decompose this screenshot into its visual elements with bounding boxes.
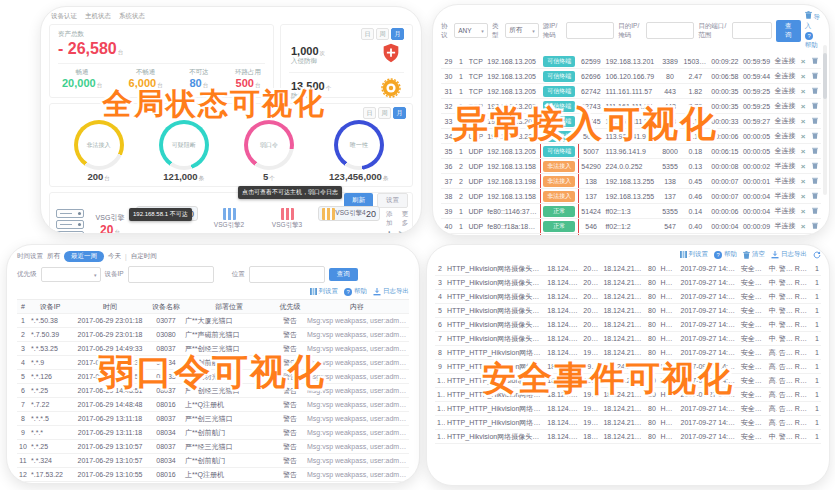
time-lastweek-pill[interactable]: 最近一周 [64,251,104,262]
src-ip-label: 源IP/掩码 [543,22,563,40]
log-export-button[interactable]: 日志导出 [373,287,409,296]
events-toolbar: 列设置 ? 帮助 清空 日志导出 [435,250,821,259]
delete-row-icon[interactable] [812,103,818,110]
dst-port-input[interactable] [732,22,772,39]
add-engine-button[interactable]: 添加+ [386,210,393,235]
engine-tile-1[interactable]: 192.168.58.1 不可达 VSG引擎120 [136,206,198,221]
close-connection-icon[interactable]: × [801,72,806,81]
event-row: 3HTTP_Hikvision网络摄像头绕过认证漏洞18.124.1.83203… [435,276,821,290]
engine-bar: 点击可查看不可达主机，弱口令日志 刷新 设置 VSG引擎 20台 192.168… [49,192,413,234]
refresh-button[interactable] [813,251,821,259]
engine-rack-icon [322,208,335,220]
svg-text:?: ? [716,252,719,258]
engine-tile-2[interactable]: VSG引擎210 [202,206,256,234]
delete-row-icon[interactable] [812,223,818,230]
engine-tile-3[interactable]: VSG引擎350 [260,206,314,234]
help-button[interactable]: ? 帮助 [344,287,367,296]
event-row: 12HTTP_HTTP_Hikvision网络摄像头越权访问漏洞118.124.… [435,402,821,416]
asset-total-label: 资产总数 [58,30,265,39]
column-settings-button[interactable]: 列设置 [310,287,339,296]
status-badge: 正常 [543,236,575,237]
column-settings-icon [680,251,687,258]
column-header: 部署位置 [183,300,275,314]
delete-row-icon[interactable] [812,73,818,80]
engine-secondary-button[interactable]: 设置 [377,193,408,208]
protocol-select[interactable]: ANY▾ [454,23,488,38]
access-search-button[interactable]: 查询 [776,20,801,42]
time-all-link[interactable]: 所有 [47,252,60,261]
close-connection-icon[interactable]: × [801,177,806,186]
engine-tooltip-top: 点击可查看不可达主机，弱口令日志 [238,186,342,199]
tab-host-status[interactable]: 主机状态 [85,12,111,21]
time-settings-label: 时间设置 [17,252,43,261]
access-row: 372UDP192.168.13.198 非法接入 138192.168.13.… [441,174,821,189]
toggle-day[interactable]: 日 [363,107,376,119]
help-button[interactable]: ? 帮助 [714,250,737,259]
delete-row-icon[interactable] [812,178,818,185]
src-ip-input[interactable] [566,22,614,39]
delete-row-icon[interactable] [812,88,818,95]
close-connection-icon[interactable]: × [801,207,806,216]
weakpass-row: 11*.*.3242017-06-29 13:10:5708034 广**创前航… [17,454,409,468]
column-header: 时间 [71,300,149,314]
close-connection-icon[interactable]: × [801,102,806,111]
weakpass-row: 8*.*.*.52017-06-29 13:11:1808037 严**创三光猫… [17,412,409,426]
help-button[interactable]: ? 帮助 [805,32,821,50]
event-row: 2HTTP_Hikvision网络摄像头绕过认证漏洞18.124.1.83203… [435,262,821,276]
toggle-week[interactable]: 周 [378,107,391,119]
location-label: 位置 [232,270,245,279]
time-today-link[interactable]: 今天 [108,252,121,261]
type-select[interactable]: 所有▾ [505,23,539,38]
location-input[interactable] [249,266,325,283]
close-connection-icon[interactable]: × [801,117,806,126]
asset-total-value: - 26,580台 [58,40,265,58]
delete-row-icon[interactable] [812,58,818,65]
delete-row-icon[interactable] [812,208,818,215]
access-filter-bar: 协议 ANY▾ 类型 所有▾ 源IP/掩码 目的IP/掩码 目的端口/范围 查询… [441,11,821,50]
more-engines-button[interactable]: 更多>> [399,210,412,235]
toggle-day[interactable]: 日 [361,28,374,40]
close-connection-icon[interactable]: × [801,192,806,201]
toggle-month[interactable]: 月 [391,28,404,40]
delete-row-icon[interactable] [812,133,818,140]
priority-select[interactable]: ▾ [41,267,101,282]
close-connection-icon[interactable]: × [801,132,806,141]
close-connection-icon[interactable]: × [801,147,806,156]
delete-row-icon[interactable] [812,163,818,170]
help-icon: ? [805,32,813,40]
dst-ip-input[interactable] [646,22,694,39]
access-row: 291TCP192.168.13.205 可信终端 62599192.168.1… [441,54,821,69]
svg-text:?: ? [346,289,349,295]
delete-row-icon[interactable] [812,193,818,200]
gauge-弱口令: 弱口令 5个 [244,120,294,182]
trash-icon [743,251,750,259]
weakpass-row: 9*.*.*2017-06-29 13:11:1808034 广**创前航门警告… [17,426,409,440]
toggle-month[interactable]: 月 [393,107,406,119]
delete-row-icon[interactable] [812,118,818,125]
scrollbar[interactable] [823,45,827,195]
access-row: 411UDPfe80::1146:3768... 正常 61755ff02::1… [441,234,821,237]
dst-port-label: 目的端口/范围 [698,22,727,40]
time-custom-link[interactable]: 自定时间 [131,252,157,261]
toggle-week[interactable]: 周 [376,28,389,40]
device-ip-input[interactable] [128,266,214,283]
engine-tile-4[interactable]: VSG引擎420 [318,206,380,221]
tab-system-status[interactable]: 系统状态 [119,12,145,21]
column-settings-button[interactable]: 列设置 [680,250,709,259]
weakpass-search-button[interactable]: 查询 [329,268,358,281]
protocol-label: 协议 [441,22,450,40]
delete-row-icon[interactable] [812,148,818,155]
log-export-button[interactable]: 日志导出 [771,250,807,259]
antivirus-badge-icon [380,77,402,103]
close-connection-icon[interactable]: × [801,222,806,231]
events-table: 2HTTP_Hikvision网络摄像头绕过认证漏洞18.124.1.83203… [435,262,821,444]
help-icon: ? [344,288,352,296]
status-badge: 非法接入 [543,191,575,202]
close-connection-icon[interactable]: × [801,162,806,171]
import-button[interactable]: 导入 [805,11,821,31]
close-connection-icon[interactable]: × [801,57,806,66]
clear-button[interactable]: 清空 [743,250,765,259]
tab-device-auth[interactable]: 设备认证 [51,12,77,21]
close-connection-icon[interactable]: × [801,87,806,96]
weakpass-row: 1*.*.50.382017-06-29 23:01:1803077 广**大厦… [17,314,409,328]
